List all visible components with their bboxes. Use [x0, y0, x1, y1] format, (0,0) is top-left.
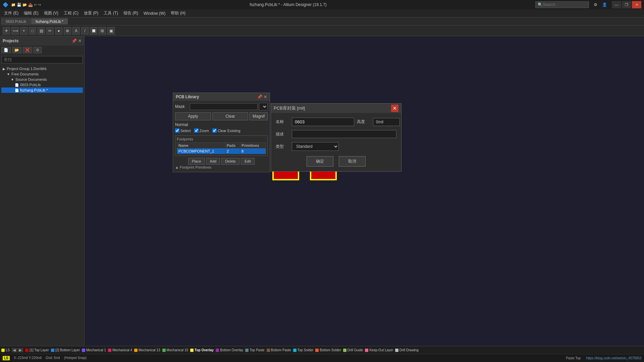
tab-fszhang[interactable]: fszhang.PcbLib *	[31, 18, 68, 24]
dialog-type-label: 类型	[276, 144, 289, 149]
menu-reports[interactable]: 报告 (R)	[121, 10, 141, 17]
layer-top[interactable]: [1] Top Layer	[25, 348, 49, 352]
layer-top-solder[interactable]: Top Solder	[293, 348, 314, 352]
layer-label-topoverlay: Top Overlay	[195, 348, 214, 352]
coordinates: X:-215mil Y:220mil	[14, 356, 42, 360]
tab-0603[interactable]: 0603.PcbLib	[1, 18, 31, 24]
proj-close[interactable]: ❌	[23, 47, 32, 53]
menu-help[interactable]: 帮助 (H)	[168, 10, 188, 17]
layer-top-paste[interactable]: Top Paste	[245, 348, 264, 352]
tool-add[interactable]: +	[20, 27, 28, 35]
layer-mech1[interactable]: Mechanical 1	[82, 348, 106, 352]
mask-input[interactable]	[190, 103, 258, 110]
layer-scroll-right[interactable]: ▶	[18, 348, 23, 352]
tree-fszhang[interactable]: 📄 fszhang.PcbLib *	[1, 87, 83, 93]
menu-place[interactable]: 放置 (P)	[81, 10, 101, 17]
menu-edit[interactable]: 编辑 (E)	[21, 10, 41, 17]
tool-poly[interactable]: ✏	[46, 27, 54, 35]
tree-project-group[interactable]: ▶ Project Group 1.DsnWrk	[1, 66, 83, 71]
tool-rect[interactable]: □	[29, 27, 36, 35]
menu-tools[interactable]: 工具 (T)	[101, 10, 121, 17]
table-row[interactable]: PCBCOMPONENT_1 2 8	[177, 148, 266, 154]
cb-zoom-input[interactable]	[194, 128, 199, 133]
layer-label-bottom: [2] Bottom Layer	[55, 348, 80, 352]
filter-buttons: Apply Clear Magnif	[175, 112, 268, 120]
mask-dropdown[interactable]	[259, 103, 268, 110]
status-right: Paste Top https://blog.csdn.net/weixin_4…	[566, 356, 641, 360]
layer-drill-drawing[interactable]: Drill Drawing	[395, 348, 419, 352]
layer-mech15[interactable]: Mechanical 15	[162, 348, 188, 352]
pcb-lib-pin[interactable]: 📌	[257, 95, 262, 99]
apply-button[interactable]: Apply	[175, 112, 211, 120]
layer-dot-keepout	[365, 349, 368, 352]
layer-scroll-left[interactable]: ◀	[12, 348, 17, 352]
cb-select[interactable]: Select	[175, 128, 191, 133]
tool-zoom[interactable]: ⊞	[99, 27, 106, 35]
edit-button[interactable]: Edit	[241, 158, 255, 165]
layer-bottom[interactable]: [2] Bottom Layer	[51, 348, 80, 352]
tab-label-0603: 0603.PcbLib	[6, 19, 26, 23]
layer-mech4[interactable]: Mechanical 4	[108, 348, 132, 352]
layer-label-mech4: Mechanical 4	[112, 348, 132, 352]
magnif-button[interactable]: Magnif	[250, 112, 268, 120]
checkboxes-row: Select Zoom Clear Existing	[175, 128, 268, 133]
add-button[interactable]: Add	[206, 158, 220, 165]
cb-select-input[interactable]	[175, 128, 179, 133]
menu-file[interactable]: 文件 (E)	[1, 10, 21, 17]
layer-keepout[interactable]: Keep-Out Layer	[365, 348, 393, 352]
layer-bot-solder[interactable]: Bottom Solder	[315, 348, 341, 352]
fp-primitives-label[interactable]: ▲ Footprint Primitives	[175, 165, 268, 170]
projects-pin[interactable]: 📌	[72, 39, 77, 43]
delete-button[interactable]: Delete	[221, 158, 239, 165]
tool-route[interactable]: ⟿	[11, 27, 19, 35]
tool-line[interactable]: /	[81, 27, 89, 35]
layer-drill-guide[interactable]: Drill Guide	[343, 348, 363, 352]
minimize-button[interactable]: —	[612, 1, 621, 8]
cb-clear-input[interactable]	[212, 128, 217, 133]
dialog-type-select[interactable]: Standard Mechanical Other	[292, 142, 339, 151]
tool-chart[interactable]: ▤	[38, 27, 45, 35]
layer-top-overlay[interactable]: Top Overlay	[190, 348, 214, 352]
cb-clear[interactable]: Clear Existing	[212, 128, 240, 133]
tool-measure[interactable]: ⊕	[64, 27, 71, 35]
projects-close[interactable]: ✕	[78, 39, 82, 43]
tree-expand-icon-2: ▼	[7, 72, 10, 76]
dialog-desc-input[interactable]	[292, 130, 396, 138]
menu-view[interactable]: 视图 (V)	[41, 10, 61, 17]
layer-bot-paste[interactable]: Bottom Paste	[267, 348, 291, 352]
dialog-name-input[interactable]	[292, 118, 354, 126]
tool-grid[interactable]: ▣	[107, 27, 115, 35]
layer-ls[interactable]: LS	[1, 348, 10, 352]
close-button[interactable]: ✕	[632, 1, 641, 8]
place-button[interactable]: Place	[188, 158, 205, 165]
layer-mech13[interactable]: Mechanical 13	[134, 348, 160, 352]
tree-file-icon: 📄	[15, 83, 19, 87]
gear-icon[interactable]: ⚙	[592, 2, 599, 8]
cb-zoom[interactable]: Zoom	[194, 128, 209, 133]
project-search[interactable]	[1, 56, 83, 63]
layer-bot-overlay[interactable]: Bottom Overlay	[216, 348, 243, 352]
cb-select-label: Select	[180, 129, 191, 133]
menu-window[interactable]: Window (W)	[141, 10, 168, 16]
tree-free-docs[interactable]: ▼ Free Documents	[1, 71, 83, 77]
dialog-confirm-button[interactable]: 确定	[307, 156, 333, 167]
search-box[interactable]: 🔍	[535, 1, 589, 8]
clear-button[interactable]: Clear	[212, 112, 248, 120]
canvas-area[interactable]: 0 1 PCB Library 📌 ✕ Mask	[85, 36, 644, 346]
tool-text[interactable]: A	[72, 27, 80, 35]
tree-0603[interactable]: 📄 0603.PcbLib	[1, 82, 83, 87]
menu-project[interactable]: 工程 (C)	[61, 10, 81, 17]
dialog-close-button[interactable]: ✕	[391, 105, 398, 112]
tool-view[interactable]: 🔲	[90, 27, 97, 35]
tool-cross[interactable]: ✛	[3, 27, 10, 35]
tool-circle[interactable]: ●	[55, 27, 62, 35]
proj-config[interactable]: ⚙	[34, 47, 42, 53]
proj-open[interactable]: 📂	[12, 47, 21, 53]
dialog-cancel-button[interactable]: 取消	[339, 156, 366, 167]
pcb-lib-close[interactable]: ✕	[264, 95, 267, 99]
restore-button[interactable]: ❐	[622, 1, 631, 8]
search-input[interactable]	[543, 2, 583, 7]
proj-new[interactable]: 📄	[1, 47, 11, 53]
status-left: LS X:-215mil Y:220mil Grid: 5mil (Hotspo…	[3, 356, 87, 360]
tree-source-docs[interactable]: ▼ Source Documents	[1, 77, 83, 82]
